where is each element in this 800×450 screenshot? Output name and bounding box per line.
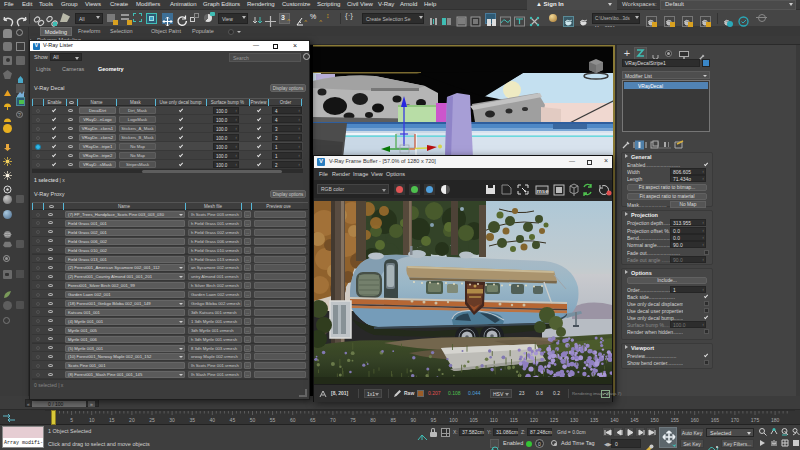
svg-text:65: 65 (310, 417, 316, 423)
svg-text:75: 75 (350, 417, 356, 423)
svg-text:15: 15 (109, 417, 115, 423)
svg-text:175: 175 (751, 417, 760, 423)
svg-text:90: 90 (411, 417, 417, 423)
svg-text:80: 80 (370, 417, 376, 423)
svg-text:165: 165 (711, 417, 720, 423)
svg-text:55: 55 (270, 417, 276, 423)
svg-text:160: 160 (691, 417, 700, 423)
svg-text:95: 95 (431, 417, 437, 423)
svg-text:10: 10 (89, 417, 95, 423)
svg-text:5: 5 (70, 417, 73, 423)
svg-text:170: 170 (731, 417, 740, 423)
svg-text:150: 150 (650, 417, 659, 423)
svg-text:115: 115 (510, 417, 518, 423)
svg-text:40: 40 (210, 417, 216, 423)
svg-text:105: 105 (469, 417, 478, 423)
svg-text:mse: mse (537, 188, 550, 194)
svg-text:155: 155 (670, 417, 679, 423)
svg-text:180: 180 (771, 417, 780, 423)
svg-text:25: 25 (149, 417, 155, 423)
svg-text:145: 145 (630, 417, 639, 423)
svg-text:35: 35 (189, 417, 195, 423)
svg-text:140: 140 (610, 417, 619, 423)
svg-text:30: 30 (169, 417, 175, 423)
svg-text:50: 50 (250, 417, 256, 423)
svg-text:100: 100 (449, 417, 458, 423)
svg-text:45: 45 (230, 417, 236, 423)
svg-text:125: 125 (550, 417, 559, 423)
svg-text:70: 70 (330, 417, 336, 423)
svg-text:130: 130 (570, 417, 579, 423)
svg-text:20: 20 (129, 417, 135, 423)
svg-text:120: 120 (530, 417, 539, 423)
svg-text:135: 135 (590, 417, 599, 423)
svg-text:60: 60 (290, 417, 296, 423)
svg-text:85: 85 (390, 417, 396, 423)
svg-text:110: 110 (490, 417, 498, 423)
